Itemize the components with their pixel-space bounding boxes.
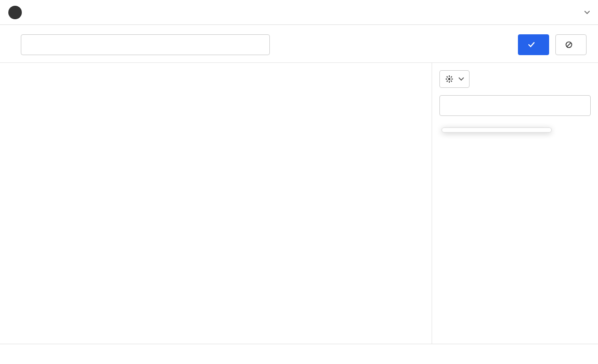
svg-line-9 (447, 81, 448, 82)
line-chart (5, 70, 426, 342)
save-button[interactable] (518, 34, 549, 55)
cancel-button[interactable] (555, 34, 587, 55)
user-menu[interactable] (581, 11, 590, 14)
search-reports-input[interactable] (439, 95, 591, 116)
app-logo (8, 6, 22, 19)
svg-point-2 (448, 78, 450, 80)
svg-line-10 (451, 76, 452, 77)
svg-line-8 (451, 81, 452, 82)
chevron-down-icon (584, 11, 590, 14)
cancel-icon (565, 41, 573, 48)
chart-settings-dropdown[interactable] (439, 70, 470, 88)
instances-count-label (0, 58, 598, 62)
color-palette-popover (441, 127, 552, 133)
svg-line-7 (447, 76, 448, 77)
gear-icon (445, 75, 453, 83)
svg-line-1 (567, 43, 571, 47)
report-title-input[interactable] (21, 34, 270, 55)
chevron-down-icon (459, 77, 464, 81)
check-icon (528, 41, 535, 48)
